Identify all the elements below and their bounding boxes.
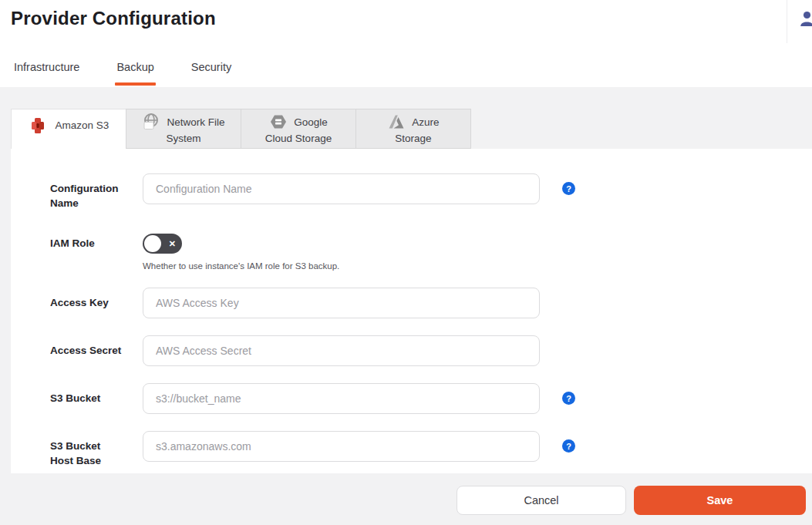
provider-tab-label-line2: Cloud Storage xyxy=(241,131,355,146)
header-divider xyxy=(787,0,787,43)
user-icon[interactable] xyxy=(799,10,812,27)
iam-role-toggle[interactable] xyxy=(143,234,182,254)
toggle-knob xyxy=(144,235,161,252)
provider-tab-label: Network File xyxy=(167,116,224,128)
form-row-access-secret: Access Secret xyxy=(50,335,812,366)
form-row-s3-bucket: S3 Bucket xyxy=(50,383,812,414)
cancel-button[interactable]: Cancel xyxy=(457,486,626,515)
page-title: Provider Configuration xyxy=(11,8,216,29)
form-row-s3-bucket-host-base: S3 Bucket Host Base xyxy=(50,431,812,468)
provider-tabs: Amazon S3 Network File System xyxy=(11,109,471,150)
s3-bucket-help-icon[interactable] xyxy=(562,392,575,405)
s3-bucket-label: S3 Bucket xyxy=(50,383,143,414)
amazon-s3-icon xyxy=(29,116,47,135)
s3-bucket-input[interactable] xyxy=(143,383,540,414)
provider-tab-label-line2: System xyxy=(126,131,241,146)
configuration-name-label: Configuration Name xyxy=(50,173,143,210)
provider-tab-google-cloud-storage[interactable]: Google Cloud Storage xyxy=(241,109,356,149)
tab-security[interactable]: Security xyxy=(190,61,233,86)
provider-tab-amazon-s3[interactable]: Amazon S3 xyxy=(11,109,126,150)
provider-tab-label: Google xyxy=(294,116,328,128)
nav-tabs: Infrastructure Backup Security xyxy=(12,61,233,86)
provider-tab-label: Amazon S3 xyxy=(56,119,110,131)
footer-actions: Cancel Save xyxy=(0,473,812,525)
access-key-label: Access Key xyxy=(50,288,143,318)
provider-tab-network-file-system[interactable]: Network File System xyxy=(126,109,241,149)
save-button[interactable]: Save xyxy=(634,486,806,515)
s3-bucket-host-base-label: S3 Bucket Host Base xyxy=(50,431,143,468)
provider-tab-label: Azure xyxy=(412,116,439,128)
configuration-name-input[interactable] xyxy=(143,173,540,204)
tab-infrastructure[interactable]: Infrastructure xyxy=(12,61,81,86)
access-secret-label: Access Secret xyxy=(50,335,143,366)
form-row-iam-role: IAM Role Whether to use instance's IAM r… xyxy=(50,234,812,271)
tab-backup[interactable]: Backup xyxy=(115,61,155,86)
network-file-system-icon xyxy=(142,113,160,131)
form-panel: Configuration Name IAM Role Whether to u… xyxy=(11,149,812,473)
form-row-access-key: Access Key xyxy=(50,288,812,318)
s3-bucket-host-base-help-icon[interactable] xyxy=(562,439,575,453)
header: Provider Configuration Infrastructure Ba… xyxy=(0,0,812,87)
form-row-configuration-name: Configuration Name xyxy=(50,173,812,210)
access-secret-input[interactable] xyxy=(143,335,540,366)
toggle-off-x-icon xyxy=(169,240,176,248)
s3-bucket-host-base-input[interactable] xyxy=(143,431,540,462)
google-cloud-storage-icon xyxy=(269,113,288,131)
configuration-name-help-icon[interactable] xyxy=(562,182,575,195)
iam-role-help-text: Whether to use instance's IAM role for S… xyxy=(143,261,540,271)
access-key-input[interactable] xyxy=(143,288,540,318)
azure-storage-icon xyxy=(387,113,406,131)
provider-tab-azure-storage[interactable]: Azure Storage xyxy=(355,109,471,149)
iam-role-label: IAM Role xyxy=(50,234,143,271)
provider-tab-label-line2: Storage xyxy=(356,131,470,146)
